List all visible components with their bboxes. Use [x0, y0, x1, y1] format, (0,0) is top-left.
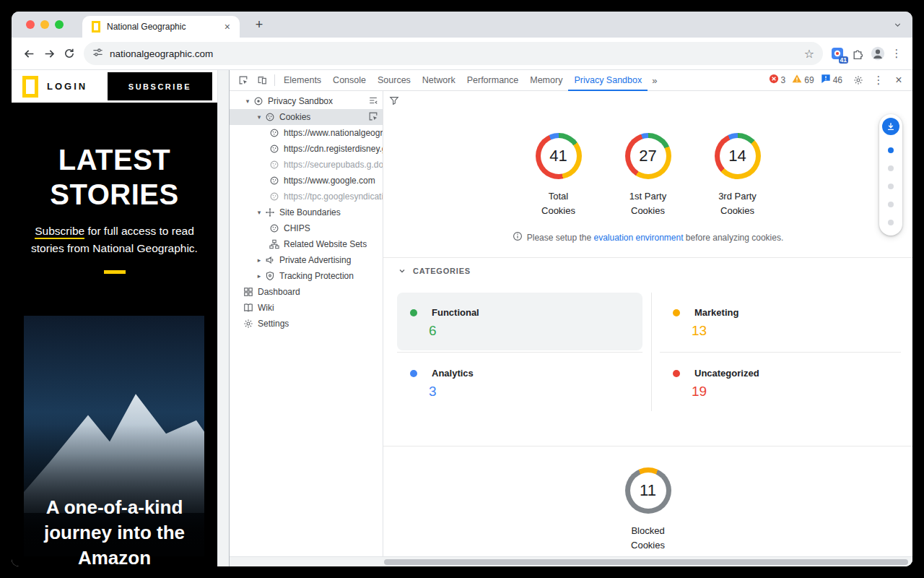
back-icon[interactable]: [19, 43, 39, 64]
site-header: LOGIN SUBSCRIBE: [12, 70, 217, 103]
nav-dot[interactable]: [888, 184, 894, 189]
tree-item-tracking-protection[interactable]: ▸ Tracking Protection: [230, 268, 383, 284]
natgeo-logo[interactable]: [22, 76, 38, 98]
cookie-icon: [269, 144, 280, 154]
tree-item-label: Related Website Sets: [284, 239, 367, 249]
uncategorized-dot-icon: [673, 370, 680, 377]
donut-chart: 14: [715, 133, 761, 179]
page-scrollbar[interactable]: [217, 70, 229, 566]
close-window-button[interactable]: [26, 20, 35, 29]
devtools-settings-gear-icon[interactable]: [849, 71, 868, 90]
url-text[interactable]: nationalgeographic.com: [110, 48, 798, 59]
category-count: 6: [429, 323, 642, 339]
expander-open-icon[interactable]: ▾: [254, 113, 264, 121]
extensions-puzzle-icon[interactable]: [847, 43, 868, 64]
expander-closed-icon[interactable]: ▸: [254, 256, 264, 264]
tree-item-chips[interactable]: CHIPS: [230, 220, 383, 236]
donut-chart: 41: [536, 133, 582, 179]
tree-item-cookie-origin[interactable]: https://www.nationalgeographic.com: [230, 125, 383, 141]
category-row-divider: [397, 352, 642, 353]
reload-icon[interactable]: [59, 43, 79, 64]
tab-sources[interactable]: Sources: [372, 70, 417, 91]
tree-item-dashboard[interactable]: Dashboard: [230, 284, 383, 300]
nav-dot[interactable]: [888, 220, 894, 225]
expander-closed-icon[interactable]: ▸: [254, 272, 264, 280]
tree-item-related-website-sets[interactable]: Related Website Sets: [230, 236, 383, 252]
device-toolbar-icon[interactable]: [253, 71, 271, 90]
donut-chart: 27: [625, 133, 671, 179]
inspect-element-icon[interactable]: [234, 71, 253, 90]
inspect-icon[interactable]: [368, 111, 383, 124]
category-card-functional[interactable]: Functional 6: [397, 293, 642, 350]
tree-item-privacy-sandbox[interactable]: ▾ Privacy Sandbox: [230, 93, 383, 109]
warning-icon[interactable]: [792, 74, 802, 87]
download-button[interactable]: [882, 118, 899, 135]
new-tab-button[interactable]: +: [250, 15, 269, 34]
tab-privacy-sandbox[interactable]: Privacy Sandbox: [568, 70, 648, 91]
subscribe-link[interactable]: Subscribe: [35, 225, 84, 239]
more-tabs-icon[interactable]: »: [648, 75, 661, 86]
devtools-menu-icon[interactable]: ⋮: [870, 74, 887, 87]
total-cookies-chart: 41 Total Cookies: [530, 133, 588, 217]
filter-funnel-icon[interactable]: [389, 95, 399, 108]
expander-open-icon[interactable]: ▾: [254, 209, 264, 216]
tree-item-cookie-origin[interactable]: https://tpc.googlesyndication.com: [230, 189, 383, 204]
tab-close-icon[interactable]: ×: [221, 21, 234, 33]
browser-menu-icon[interactable]: ⋮: [888, 47, 905, 60]
nav-dot[interactable]: [888, 202, 894, 207]
tree-item-site-boundaries[interactable]: ▾ Site Boundaries: [230, 204, 383, 220]
category-card-uncategorized[interactable]: Uncategorized 19: [660, 353, 901, 411]
tab-performance[interactable]: Performance: [461, 70, 525, 91]
warning-count[interactable]: 69: [804, 75, 814, 85]
category-card-analytics[interactable]: Analytics 3: [397, 353, 642, 411]
tree-item-cookies[interactable]: ▾ Cookies: [230, 109, 383, 125]
error-count[interactable]: 3: [781, 75, 786, 85]
subscribe-button[interactable]: SUBSCRIBE: [108, 72, 212, 100]
maximize-window-button[interactable]: [55, 20, 64, 29]
address-field[interactable]: nationalgeographic.com ☆: [84, 42, 823, 65]
info-text: Please setup the evaluation environment …: [527, 233, 784, 243]
tree-item-cookie-origin[interactable]: https://www.google.com: [230, 173, 383, 189]
status-badges: 3 69 46 ⋮ ×: [769, 71, 912, 90]
browser-tab[interactable]: National Geographic ×: [82, 16, 240, 38]
nav-dot[interactable]: [888, 165, 894, 171]
error-icon[interactable]: [769, 74, 779, 87]
issues-icon[interactable]: [821, 74, 831, 87]
category-card-marketing[interactable]: Marketing 13: [660, 293, 901, 350]
webpage-natgeo: LOGIN SUBSCRIBE LATEST STORIES Subscribe…: [12, 70, 217, 566]
devtools-close-icon[interactable]: ×: [889, 71, 908, 90]
tree-item-label: Wiki: [258, 303, 274, 313]
evaluation-environment-link[interactable]: evaluation environment: [593, 233, 683, 243]
tree-item-cookie-origin[interactable]: https://cdn.registerdisney.go.com: [230, 141, 383, 157]
categories-header[interactable]: CATEGORIES: [398, 267, 471, 275]
analytics-dot-icon: [410, 370, 417, 377]
issues-count[interactable]: 46: [833, 75, 842, 85]
extension-with-badge-icon[interactable]: 41: [827, 43, 847, 64]
tab-search-chevron-icon[interactable]: [893, 20, 902, 33]
tab-network[interactable]: Network: [417, 70, 461, 91]
tree-item-label: Site Boundaries: [279, 207, 341, 217]
tree-item-cookie-origin[interactable]: https://securepubads.g.doubleclick.net: [230, 157, 383, 173]
tree-item-label: Dashboard: [258, 287, 300, 297]
tree-item-wiki[interactable]: Wiki: [230, 300, 383, 316]
bookmark-star-icon[interactable]: ☆: [804, 47, 814, 61]
collapse-sidebar-icon[interactable]: [368, 95, 383, 108]
tree-item-private-advertising[interactable]: ▸ Private Advertising: [230, 252, 383, 268]
info-icon: [513, 231, 523, 243]
forward-icon[interactable]: [39, 43, 59, 64]
tab-memory[interactable]: Memory: [524, 70, 568, 91]
blocked-cookies-chart: 11 Blocked Cookies: [383, 467, 912, 552]
site-settings-icon[interactable]: [92, 47, 103, 61]
tree-item-label: https://tpc.googlesyndication.com: [284, 191, 383, 202]
tree-item-settings[interactable]: Settings: [230, 316, 383, 332]
cookie-icon: [269, 128, 280, 138]
minimize-window-button[interactable]: [40, 20, 49, 29]
tab-elements[interactable]: Elements: [278, 70, 327, 91]
expander-open-icon[interactable]: ▾: [243, 98, 253, 105]
tab-console[interactable]: Console: [327, 70, 372, 91]
profile-avatar[interactable]: [868, 43, 888, 64]
scrollbar-thumb[interactable]: [384, 559, 908, 565]
login-link[interactable]: LOGIN: [47, 81, 87, 92]
nav-dot-active[interactable]: [888, 147, 894, 153]
horizontal-scrollbar[interactable]: [230, 556, 912, 566]
